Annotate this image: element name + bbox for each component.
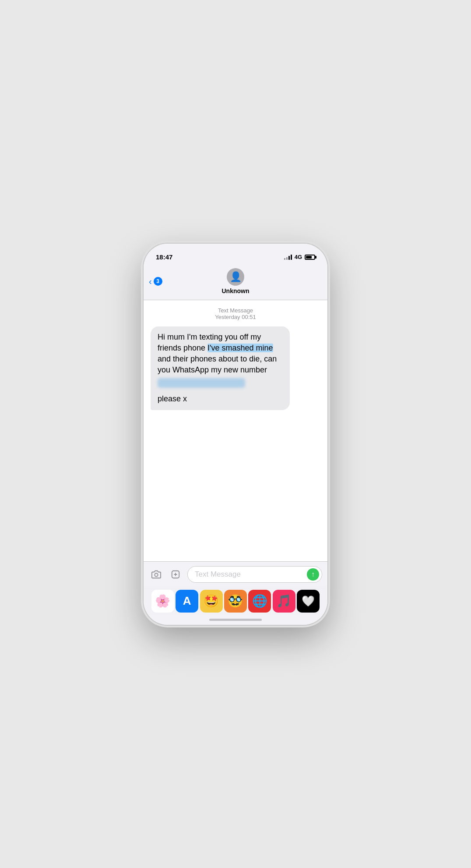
phone-frame: 18:47 4G ‹ 3 👤 Unknown — [144, 244, 327, 625]
back-button[interactable]: ‹ 3 — [149, 277, 162, 286]
message-row: Hi mum I'm texting you off my friends ph… — [151, 326, 320, 410]
status-right: 4G — [284, 254, 315, 260]
avatar: 👤 — [227, 268, 244, 286]
dock-photos[interactable]: 🌸 — [151, 590, 174, 613]
back-badge: 3 — [154, 277, 162, 286]
send-button[interactable]: ↑ — [307, 568, 319, 581]
network-label: 4G — [295, 254, 302, 260]
battery-icon — [305, 255, 315, 260]
nav-header: ‹ 3 👤 Unknown — [144, 266, 327, 300]
dock-music[interactable]: 🎵 — [273, 590, 295, 613]
contact-name: Unknown — [222, 287, 250, 294]
appclip-button[interactable] — [168, 567, 183, 582]
message-meta: Text Message Yesterday 00:51 — [151, 307, 320, 320]
svg-point-0 — [155, 573, 158, 576]
send-icon: ↑ — [311, 570, 315, 578]
back-chevron-icon: ‹ — [149, 277, 152, 286]
dock-appstore[interactable]: A — [176, 590, 198, 613]
dock-browser[interactable]: 🌐 — [248, 590, 271, 613]
blurred-number — [158, 378, 245, 388]
camera-button[interactable] — [149, 567, 164, 582]
message-type: Text Message — [151, 307, 320, 314]
message-text-part2: and their phones about to die, can you W… — [158, 354, 277, 374]
message-text-end: please x — [158, 394, 187, 403]
contact-info: 👤 Unknown — [222, 268, 250, 294]
input-area: Text Message ↑ — [144, 561, 327, 586]
home-bar — [209, 619, 262, 621]
messages-area: Text Message Yesterday 00:51 Hi mum I'm … — [144, 300, 327, 561]
message-bubble: Hi mum I'm texting you off my friends ph… — [151, 326, 290, 410]
message-time: Yesterday 00:51 — [151, 314, 320, 320]
status-bar: 18:47 4G — [144, 244, 327, 266]
message-highlighted-text: I've smashed mine — [207, 344, 273, 352]
dock-memoji2[interactable]: 🥸 — [224, 590, 247, 613]
dock-memoji1[interactable]: 🤩 — [200, 590, 223, 613]
person-icon: 👤 — [230, 272, 242, 282]
status-time: 18:47 — [156, 253, 172, 261]
message-input-wrap[interactable]: Text Message ↑ — [187, 566, 322, 583]
home-indicator — [144, 615, 327, 625]
dock-heart[interactable]: 🤍 — [297, 590, 320, 613]
signal-icon — [284, 255, 292, 260]
message-input-placeholder: Text Message — [195, 570, 241, 579]
dock-bar: 🌸 A 🤩 🥸 🌐 🎵 🤍 — [144, 586, 327, 615]
